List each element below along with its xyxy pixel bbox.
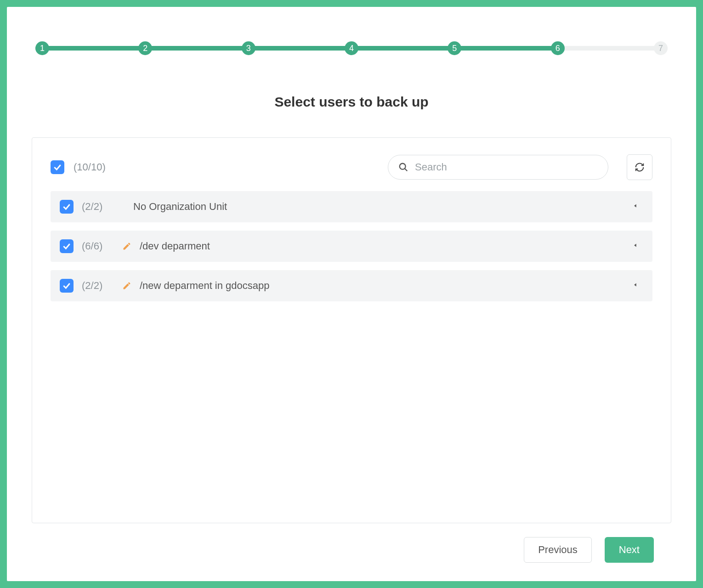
row-count: (2/2) bbox=[82, 280, 114, 292]
stepper: 1234567 bbox=[35, 39, 668, 57]
step-4[interactable]: 4 bbox=[345, 41, 358, 55]
step-3[interactable]: 3 bbox=[242, 41, 255, 55]
step-7[interactable]: 7 bbox=[654, 41, 668, 55]
search-field[interactable] bbox=[388, 155, 608, 180]
selection-topbar: (10/10) bbox=[51, 154, 652, 180]
row-name: /new deparment in gdocsapp bbox=[140, 280, 270, 292]
select-all-checkbox[interactable] bbox=[51, 160, 64, 174]
pencil-icon[interactable] bbox=[122, 242, 131, 251]
step-1[interactable]: 1 bbox=[35, 41, 49, 55]
svg-line-1 bbox=[405, 169, 408, 171]
pencil-icon[interactable] bbox=[122, 281, 131, 290]
wizard-footer: Previous Next bbox=[25, 523, 678, 563]
previous-button[interactable]: Previous bbox=[524, 537, 592, 563]
step-6[interactable]: 6 bbox=[551, 41, 565, 55]
stepper-dots: 1234567 bbox=[35, 39, 668, 57]
row-checkbox[interactable] bbox=[60, 279, 74, 293]
caret-left-icon[interactable] bbox=[632, 242, 639, 250]
row-checkbox[interactable] bbox=[60, 239, 74, 253]
selection-panel: (10/10) bbox=[32, 137, 671, 523]
row-count: (6/6) bbox=[82, 240, 114, 252]
search-icon bbox=[398, 162, 408, 172]
row-name: No Organization Unit bbox=[133, 201, 227, 213]
page-title: Select users to back up bbox=[25, 94, 678, 110]
next-button[interactable]: Next bbox=[605, 537, 654, 563]
refresh-icon bbox=[635, 162, 645, 172]
svg-point-0 bbox=[400, 164, 406, 170]
org-unit-row[interactable]: (2/2)No Organization Unit bbox=[51, 191, 652, 222]
step-5[interactable]: 5 bbox=[448, 41, 461, 55]
search-input[interactable] bbox=[414, 161, 598, 174]
row-checkbox[interactable] bbox=[60, 200, 74, 214]
step-2[interactable]: 2 bbox=[138, 41, 152, 55]
caret-left-icon[interactable] bbox=[632, 282, 639, 290]
select-all-count: (10/10) bbox=[74, 161, 106, 173]
row-count: (2/2) bbox=[82, 201, 114, 213]
wizard-modal: 1234567 Select users to back up (10/10) bbox=[7, 7, 696, 581]
refresh-button[interactable] bbox=[627, 154, 652, 180]
org-unit-row[interactable]: (2/2)/new deparment in gdocsapp bbox=[51, 270, 652, 301]
caret-left-icon[interactable] bbox=[632, 203, 639, 211]
org-unit-row[interactable]: (6/6)/dev deparment bbox=[51, 231, 652, 262]
row-name: /dev deparment bbox=[140, 240, 210, 252]
